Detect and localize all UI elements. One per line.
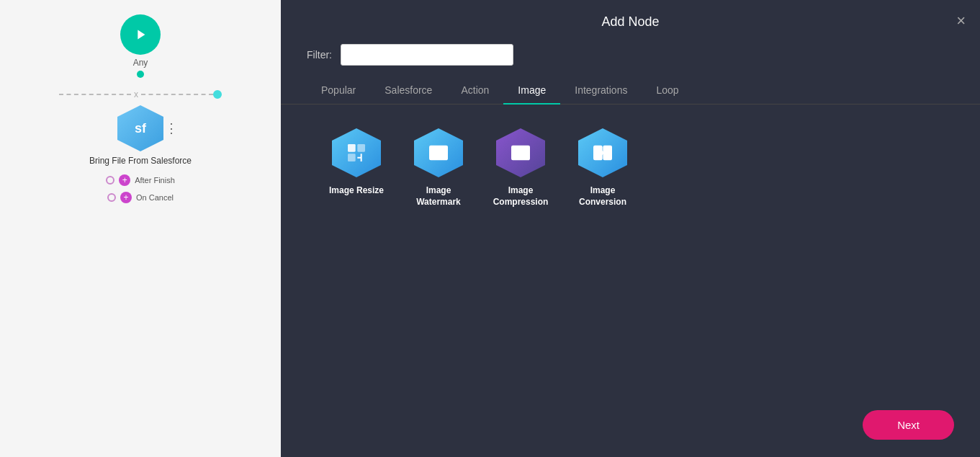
dashed-left — [59, 94, 131, 95]
on-cancel-circle — [107, 193, 116, 202]
close-button[interactable]: × — [956, 13, 966, 29]
filter-label: Filter: — [307, 49, 332, 61]
tab-loop[interactable]: Loop — [642, 77, 693, 105]
filter-input[interactable] — [341, 44, 513, 66]
after-finish-add[interactable]: + — [119, 174, 130, 186]
node-label-conversion: Image Conversion — [570, 185, 635, 208]
node-hex-wrap-compression — [494, 126, 547, 179]
node-image-resize[interactable]: Image Resize — [324, 126, 389, 377]
tab-popular[interactable]: Popular — [307, 77, 370, 105]
svg-marker-0 — [138, 30, 145, 40]
node-hex-wrap-resize — [330, 126, 383, 179]
modal-title: Add Node — [601, 14, 659, 30]
tab-salesforce[interactable]: Salesforce — [370, 77, 446, 105]
on-cancel-add[interactable]: + — [120, 192, 132, 203]
svg-rect-2 — [357, 144, 365, 152]
svg-rect-7 — [594, 146, 602, 160]
add-node-modal: Add Node × Filter: Popular Salesforce Ac… — [281, 0, 980, 457]
svg-rect-1 — [348, 144, 356, 152]
sf-hex-icon: sf — [117, 105, 163, 151]
trigger-button[interactable] — [120, 14, 161, 55]
node-image-conversion[interactable]: Image Conversion — [570, 126, 635, 377]
modal-footer: Next — [281, 399, 980, 457]
on-cancel-row: + On Cancel — [107, 192, 174, 203]
svg-rect-8 — [603, 146, 611, 160]
after-finish-row: + After Finish — [106, 174, 175, 186]
node-hex-resize — [332, 128, 381, 177]
trigger-label: Any — [133, 58, 148, 68]
node-connectors: + After Finish + On Cancel — [106, 172, 175, 206]
connector-dot — [213, 90, 222, 99]
node-hex-wrap-watermark: W — [412, 126, 465, 179]
filter-row: Filter: — [281, 41, 980, 77]
after-finish-label: After Finish — [135, 176, 175, 185]
nodes-grid: Image Resize W Image Watermark — [281, 105, 980, 399]
trigger-dot — [137, 71, 144, 78]
tab-integrations[interactable]: Integrations — [560, 77, 642, 105]
svg-rect-3 — [348, 154, 356, 161]
node-label-compression: Image Compression — [488, 185, 553, 208]
tab-image[interactable]: Image — [503, 77, 560, 105]
connector-line: x — [59, 89, 222, 99]
trigger-node: Any — [120, 14, 161, 78]
node-label-watermark: Image Watermark — [406, 185, 471, 208]
on-cancel-label: On Cancel — [136, 193, 174, 202]
node-hex-watermark: W — [414, 128, 463, 177]
after-finish-circle — [106, 176, 114, 185]
node-image-watermark[interactable]: W Image Watermark — [406, 126, 471, 377]
modal-header: Add Node × — [281, 0, 980, 41]
canvas-area: Any x sf ⋮ Bring File From Salesforce + … — [0, 0, 281, 457]
tab-action[interactable]: Action — [446, 77, 503, 105]
tabs-row: Popular Salesforce Action Image Integrat… — [281, 77, 980, 105]
node-hex-compression — [496, 128, 545, 177]
sf-node-label: Bring File From Salesforce — [89, 156, 192, 166]
node-label-resize: Image Resize — [329, 185, 384, 197]
sf-node: sf ⋮ Bring File From Salesforce + After … — [89, 105, 192, 206]
node-hex-wrap-conversion — [576, 126, 629, 179]
node-image-compression[interactable]: Image Compression — [488, 126, 553, 377]
sf-icon-wrap: sf ⋮ — [117, 105, 163, 151]
node-hex-conversion — [578, 128, 627, 177]
sf-menu-button[interactable]: ⋮ — [165, 120, 178, 136]
next-button[interactable]: Next — [863, 410, 954, 440]
x-mark: x — [134, 89, 138, 99]
dashed-right — [141, 94, 213, 95]
